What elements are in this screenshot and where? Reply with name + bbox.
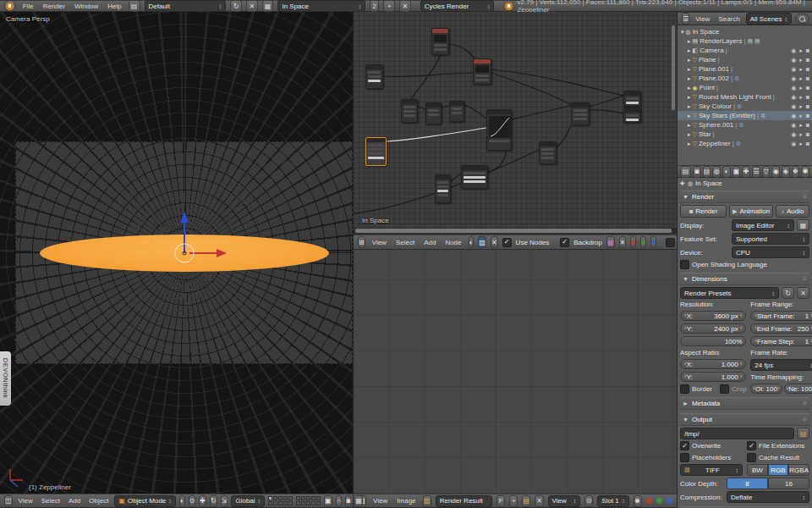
animation-button[interactable]: ▶Animation: [729, 205, 773, 218]
compositing-nodes-icon[interactable]: ▨: [478, 236, 486, 248]
compression-dropdown[interactable]: Deflate↕: [727, 491, 809, 503]
orientation-selector[interactable]: Global↕: [231, 495, 265, 507]
expand-icon[interactable]: ▾: [681, 29, 684, 36]
node-menu-view[interactable]: View: [370, 239, 389, 246]
hide-icon[interactable]: ◉: [791, 113, 796, 119]
expand-icon[interactable]: ▸: [688, 122, 691, 129]
start-frame-field[interactable]: ‹Start Frame:1›: [750, 311, 812, 321]
image-view-dropdown[interactable]: View↕: [548, 495, 581, 507]
outliner-menu-view[interactable]: View: [693, 15, 712, 23]
render-visibility-icon[interactable]: ◙: [806, 141, 809, 147]
render-visibility-icon[interactable]: ◙: [806, 122, 809, 129]
app-button[interactable]: [4, 0, 16, 12]
outliner-row-active[interactable]: ▸ ▽ Zeppeliner | ⚙ ◉▸◙: [678, 139, 812, 148]
image-menu-image[interactable]: Image: [394, 497, 418, 505]
tab-world[interactable]: ◐: [722, 166, 731, 178]
selectable-icon[interactable]: ▸: [799, 141, 803, 147]
outliner-row[interactable]: ▸ ▽ Plane | ◉▸◙: [678, 55, 812, 64]
snap-magnet-icon[interactable]: ∩: [336, 495, 343, 507]
menu-file[interactable]: File: [20, 3, 36, 10]
render-visibility-icon[interactable]: ◙: [806, 57, 809, 64]
scene-selector[interactable]: In Space↕: [277, 0, 365, 12]
open-image-button[interactable]: ▤: [522, 495, 530, 507]
tab-material[interactable]: ◉: [771, 166, 780, 178]
node[interactable]: [401, 99, 418, 123]
depth-8-button[interactable]: 8: [727, 478, 768, 489]
selectable-icon[interactable]: ▸: [799, 85, 803, 91]
red-channel-button[interactable]: [646, 498, 652, 504]
hide-icon[interactable]: ◉: [791, 141, 796, 147]
node[interactable]: [473, 58, 491, 85]
expand-icon[interactable]: ▸: [688, 47, 691, 54]
pivot-point-icon[interactable]: ⊙: [189, 495, 196, 507]
layout-refresh-button[interactable]: ↻: [230, 0, 242, 12]
node[interactable]: [435, 174, 451, 203]
outliner-row-scene[interactable]: ▾ ◍ In Space: [678, 27, 812, 36]
outliner-row-selected[interactable]: ▸ ▽ Sky Stars (Emitter) | ⚙ ◉▸◙: [678, 111, 812, 120]
view3d-menu-add[interactable]: Add: [66, 497, 83, 505]
image-datablock-field[interactable]: Render Result: [436, 495, 492, 507]
external-app-tab[interactable]: DEVONthink: [0, 351, 11, 406]
node[interactable]: [449, 101, 464, 122]
display-dropdown[interactable]: Image Editor↕: [732, 219, 794, 231]
layers-grid-2[interactable]: [296, 496, 321, 505]
outliner-menu-search[interactable]: Search: [716, 15, 742, 23]
x-axis-arrowhead[interactable]: [217, 249, 227, 257]
selectable-icon[interactable]: ▸: [799, 75, 803, 82]
node-menu-node[interactable]: Node: [442, 239, 464, 246]
expand-icon[interactable]: ▸: [688, 75, 691, 82]
border-checkbox[interactable]: ✓: [680, 384, 689, 394]
resolution-percent-field[interactable]: 100%: [680, 336, 746, 346]
node-editor[interactable]: In Space: [354, 12, 677, 235]
node-menu-select[interactable]: Select: [393, 239, 417, 246]
outliner-row[interactable]: ▸ ▽ Plane.002 | ⚙ ◉▸◙: [678, 74, 812, 83]
feature-set-dropdown[interactable]: Supported↕: [732, 233, 809, 245]
channel-red-icon[interactable]: [630, 236, 636, 248]
display-channels-icon[interactable]: [634, 495, 642, 507]
editor-type-node-icon[interactable]: ⊞: [358, 236, 365, 248]
screen-layout-icon[interactable]: ▤: [129, 0, 140, 12]
outliner-row[interactable]: ▸ ▽ Sphere.001 | ⚙ ◉▸◙: [678, 120, 812, 130]
tab-particles[interactable]: ❖: [792, 166, 800, 178]
hide-icon[interactable]: ◉: [791, 85, 796, 91]
fake-user-button[interactable]: F: [497, 495, 505, 507]
slot-dropdown[interactable]: Slot 1↕: [597, 495, 628, 507]
green-channel-button[interactable]: [656, 498, 662, 504]
manipulator-translate-icon[interactable]: ✚: [199, 495, 206, 507]
resolution-x-field[interactable]: ‹X:3600 px›: [680, 311, 746, 321]
end-frame-field[interactable]: ‹End Frame:250›: [750, 323, 812, 334]
expand-icon[interactable]: ▸: [688, 57, 691, 64]
scene-users-badge[interactable]: 2: [370, 0, 379, 12]
file-output-node[interactable]: [461, 165, 488, 189]
hide-icon[interactable]: ◉: [791, 103, 796, 110]
render-visibility-icon[interactable]: ◙: [806, 66, 809, 73]
auto-render-checkbox[interactable]: ✓: [666, 238, 675, 247]
remap-new-field[interactable]: ‹Ne: 100›: [784, 384, 812, 394]
depth-16-button[interactable]: 16: [768, 478, 809, 489]
section-dimensions[interactable]: ▼ Dimensions ≡: [680, 273, 809, 285]
node[interactable]: [571, 102, 590, 125]
section-render[interactable]: ▼ Render ≡: [680, 190, 809, 203]
preset-add-button[interactable]: ↻: [782, 287, 794, 299]
engine-selector[interactable]: Cycles Render↕: [420, 0, 495, 12]
unlink-image-button[interactable]: ✕: [535, 495, 543, 507]
editor-divider[interactable]: [677, 12, 678, 508]
pin-icon[interactable]: ✚: [680, 180, 685, 187]
frame-step-field[interactable]: ‹Frame Step:1›: [750, 336, 812, 346]
overwrite-checkbox[interactable]: ✓: [680, 441, 689, 450]
blue-channel-button[interactable]: [667, 498, 672, 504]
tab-physics[interactable]: ✱: [801, 166, 809, 178]
layers-grid[interactable]: [268, 496, 293, 505]
new-image-button[interactable]: +: [509, 495, 518, 507]
lock-to-scene-icon[interactable]: ▣: [324, 495, 332, 507]
tab-object[interactable]: ▣: [732, 166, 741, 178]
audio-button[interactable]: ♪Audio: [776, 205, 809, 218]
selectable-icon[interactable]: ▸: [799, 47, 803, 54]
selectable-icon[interactable]: ▸: [799, 94, 803, 101]
render-anim-opengl-icon[interactable]: ▦: [354, 495, 363, 507]
panel-grip-icon[interactable]: ≡: [803, 416, 807, 423]
backdrop-color-icon[interactable]: ▦: [606, 236, 615, 248]
scene-add-button[interactable]: +: [383, 0, 395, 12]
active-node[interactable]: [365, 137, 387, 166]
device-dropdown[interactable]: CPU↕: [732, 246, 809, 258]
